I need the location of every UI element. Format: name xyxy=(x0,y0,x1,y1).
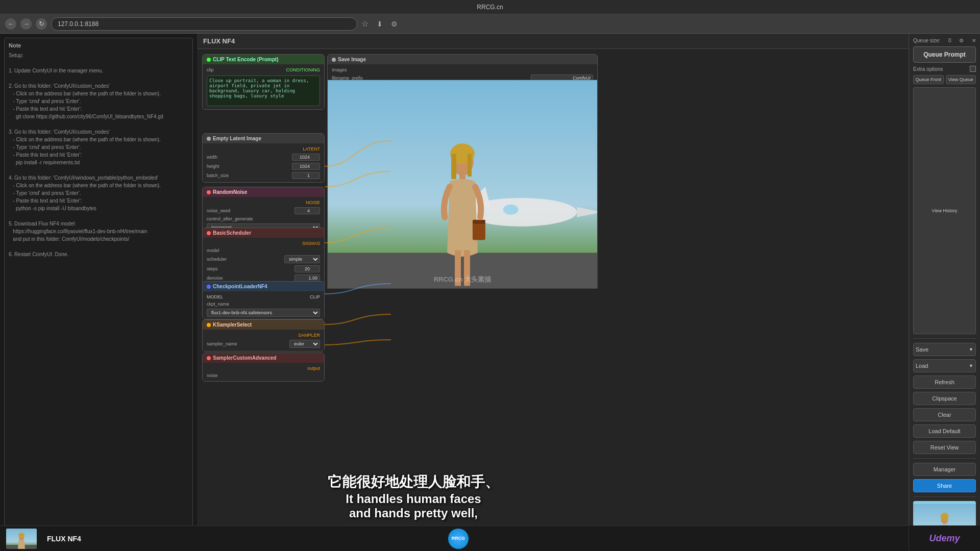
svg-rect-8 xyxy=(451,154,456,179)
latent-height-input[interactable] xyxy=(292,163,320,170)
sampler-adv-node-header: SamplerCustomAdvanced xyxy=(203,353,324,363)
star-icon: ☆ xyxy=(361,19,369,29)
extra-options-checkbox[interactable] xyxy=(970,66,976,72)
scheduler-node-header: BasicScheduler xyxy=(203,228,324,238)
latent-height-label: height xyxy=(207,164,219,169)
close-icon[interactable]: ✕ xyxy=(972,38,976,43)
checkpoint-ckpt-label: ckpt_name xyxy=(207,302,229,307)
divider-3 xyxy=(913,496,976,497)
reset-view-button[interactable]: Reset View xyxy=(913,441,976,454)
ksampler-sampler-label: sampler_name xyxy=(207,341,237,346)
load-default-button[interactable]: Load Default xyxy=(913,424,976,438)
save-button[interactable]: Save ▼ xyxy=(913,343,976,356)
share-button[interactable]: Share xyxy=(913,479,976,492)
reload-button[interactable]: ↻ xyxy=(36,18,47,30)
view-history-button[interactable]: View History xyxy=(913,87,976,334)
save-node-dot xyxy=(332,58,336,62)
scheduler-steps-input[interactable] xyxy=(295,265,320,272)
main-content: Note Setup: 1. Update ComfyUI in the man… xyxy=(0,34,980,551)
scheduler-denoise-label: denoise xyxy=(207,276,223,281)
scheduler-node-dot xyxy=(207,231,211,235)
save-node-header: Save Image xyxy=(328,55,597,64)
checkpoint-clip-label: CLIP xyxy=(310,294,320,299)
rrcg-logo: RRCG xyxy=(448,529,469,549)
queue-front-button[interactable]: Queue Front xyxy=(913,75,944,84)
noise-node-title: RandomNoise xyxy=(213,189,247,195)
checkpoint-node-header: CheckpointLoaderNF4 xyxy=(203,282,324,291)
scheduler-steps-label: steps xyxy=(207,266,218,271)
noise-node-header: RandomNoise xyxy=(203,187,324,197)
settings-icon: ⚙ xyxy=(391,20,398,28)
queue-prompt-button[interactable]: Queue Prompt xyxy=(913,46,976,63)
nodes-area[interactable]: CLIP Text Encode (Prompt) clip CONDITION… xyxy=(197,49,909,551)
divider-2 xyxy=(913,458,976,459)
checkpoint-loader-node: CheckpointLoaderNF4 MODEL CLIP ckpt_name… xyxy=(202,281,325,319)
checkpoint-node-body: MODEL CLIP ckpt_name flux1-dev-bnb-nf4.s… xyxy=(203,291,324,319)
clip-prompt-textarea[interactable]: Close up portrait, a woman in dress, air… xyxy=(207,76,320,106)
back-button[interactable]: ← xyxy=(5,18,16,30)
workflow-title: FLUX NF4 xyxy=(203,37,235,45)
svg-point-4 xyxy=(503,205,519,215)
checkpoint-output-labels: MODEL CLIP xyxy=(207,293,320,300)
ksampler-node-header: KSamplerSelect xyxy=(203,320,324,330)
latent-batch-input[interactable] xyxy=(292,172,320,179)
ksampler-select-node: KSamplerSelect SAMPLER sampler_name eule… xyxy=(202,319,325,352)
noise-control-row: control_after_generate xyxy=(207,215,320,222)
scheduler-node-title: BasicScheduler xyxy=(213,230,251,236)
sampler-custom-advanced-node: SamplerCustomAdvanced output noise xyxy=(202,353,325,382)
manager-button[interactable]: Manager xyxy=(913,463,976,476)
clipspace-button[interactable]: Clipspace xyxy=(913,392,976,405)
clip-node-dot xyxy=(207,58,211,62)
clip-output-label: CONDITIONING xyxy=(286,67,321,72)
scheduler-output-label: SIGMAS xyxy=(207,240,320,247)
clip-text-encode-node: CLIP Text Encode (Prompt) clip CONDITION… xyxy=(202,54,325,110)
sampler-adv-output-labels: output xyxy=(207,365,320,372)
note-panel-title: Note xyxy=(9,42,188,48)
latent-width-label: width xyxy=(207,155,217,160)
save-arrow-icon: ▼ xyxy=(969,347,973,352)
load-button[interactable]: Load ▼ xyxy=(913,359,976,372)
sampler-adv-output-label: output xyxy=(307,366,320,371)
rrcg-watermark: RRCG.cn 大头素描 xyxy=(434,275,492,284)
view-queue-button[interactable]: View Queue xyxy=(946,75,976,84)
refresh-button[interactable]: Refresh xyxy=(913,375,976,389)
download-icon: ⬇ xyxy=(377,20,383,28)
checkpoint-ckpt-select[interactable]: flux1-dev-bnb-nf4.safetensors xyxy=(207,309,320,317)
clip-node-body: clip CONDITIONING Close up portrait, a w… xyxy=(203,64,324,109)
scheduler-type-row: scheduler simple normal karras xyxy=(207,254,320,264)
latent-width-input[interactable] xyxy=(292,154,320,161)
scheduler-denoise-input[interactable] xyxy=(295,274,320,282)
browser-bar: ← → ↻ ☆ ⬇ ⚙ xyxy=(0,14,980,34)
canvas-area[interactable]: FLUX NF4 CLIP Text Encode (Prompt) clip … xyxy=(197,34,909,551)
bottom-bar: FLUX NF4 RRCG Clear ✕ xyxy=(0,525,980,551)
latent-output-label: LATENT xyxy=(207,145,320,153)
noise-output-label: NOISE xyxy=(207,199,320,206)
sampler-adv-body: output noise xyxy=(203,363,324,381)
scheduler-select[interactable]: simple normal karras xyxy=(284,255,320,263)
ksampler-sampler-select[interactable]: euler euler_a dpm++ xyxy=(289,340,320,348)
sampler-adv-noise-row: noise xyxy=(207,372,320,379)
empty-latent-node: Empty Latent Image LATENT width height b… xyxy=(202,133,325,183)
clear-button[interactable]: Clear xyxy=(913,408,976,421)
latent-batch-label: batch_size xyxy=(207,173,229,178)
ksampler-node-title: KSamplerSelect xyxy=(213,322,252,328)
noise-seed-input[interactable] xyxy=(295,207,320,214)
noise-control-label: control_after_generate xyxy=(207,216,253,221)
checkpoint-model-label: MODEL xyxy=(207,294,223,299)
save-images-row: Images xyxy=(332,66,593,73)
scheduler-steps-row: steps xyxy=(207,264,320,273)
svg-rect-12 xyxy=(473,220,485,224)
sampler-adv-title: SamplerCustomAdvanced xyxy=(213,355,276,361)
clip-output-row: clip CONDITIONING xyxy=(207,66,320,73)
forward-button[interactable]: → xyxy=(20,18,32,30)
udemy-area: Udemy xyxy=(909,525,980,551)
gear-icon[interactable]: ⚙ xyxy=(959,38,964,43)
save-images-label: Images xyxy=(332,67,347,72)
scheduler-model-label: model xyxy=(207,248,219,253)
load-arrow-icon: ▼ xyxy=(969,363,973,368)
noise-seed-row: noise_seed xyxy=(207,206,320,215)
address-bar[interactable] xyxy=(51,17,357,31)
workflow-header: FLUX NF4 xyxy=(197,34,909,49)
bottom-thumbnail xyxy=(6,529,37,549)
svg-rect-11 xyxy=(473,222,485,240)
